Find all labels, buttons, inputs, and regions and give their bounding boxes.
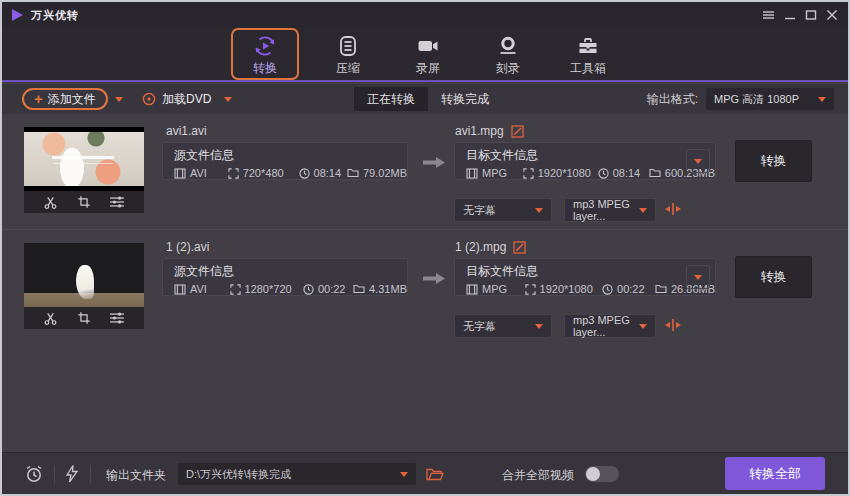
target-format: MPG (482, 283, 507, 295)
rename-icon[interactable] (513, 241, 526, 254)
target-info-title: 目标文件信息 (466, 263, 715, 280)
tab-toolbox[interactable]: 工具箱 (557, 28, 619, 80)
chevron-down-icon (694, 159, 702, 164)
source-info-title: 源文件信息 (174, 263, 407, 280)
tab-compress[interactable]: 压缩 (317, 28, 379, 80)
title-bar: 万兴优转 (2, 2, 848, 28)
add-file-label: 添加文件 (48, 91, 96, 108)
source-resolution: 720*480 (243, 167, 284, 179)
arrow-right-icon (422, 156, 446, 169)
source-size: 79.02MB (363, 167, 407, 179)
trim-icon[interactable] (43, 311, 58, 326)
maximize-button[interactable] (805, 9, 817, 21)
target-settings-dropdown[interactable] (686, 265, 710, 289)
tab-label: 录屏 (416, 62, 440, 74)
convert-button[interactable]: 转换 (735, 140, 812, 182)
thumbnail-image (24, 243, 144, 307)
task-row: 1 (2).avi 源文件信息 AVI 1280*720 00:22 4.31M… (2, 229, 848, 344)
audio-sync-icon[interactable] (664, 317, 682, 333)
audio-track-dropdown[interactable]: mp3 MPEG layer... (564, 314, 656, 338)
tab-label: 转换 (253, 62, 277, 74)
main-tab-bar: 转换 压缩 录屏 刻录 (2, 28, 848, 82)
source-duration: 08:14 (314, 167, 342, 179)
duration-icon (598, 168, 609, 179)
compress-icon (336, 34, 360, 58)
load-dvd-button[interactable]: 加载DVD (142, 88, 211, 110)
target-filename-group: 1 (2).mpg (455, 240, 526, 254)
source-format: AVI (190, 283, 207, 295)
close-button[interactable] (826, 9, 838, 21)
source-info-box: 源文件信息 AVI 720*480 08:14 79.02MB (162, 142, 408, 180)
load-dvd-dropdown-caret[interactable] (224, 97, 232, 102)
edit-toolbar (24, 307, 144, 329)
task-row: avi1.avi 源文件信息 AVI 720*480 08:14 79.02MB… (2, 114, 848, 229)
thumbnail-image (24, 127, 144, 191)
add-file-dropdown-caret[interactable] (115, 97, 123, 102)
target-duration: 00:22 (617, 283, 645, 295)
effects-icon[interactable] (109, 311, 125, 325)
load-dvd-label: 加载DVD (162, 91, 211, 108)
schedule-icon[interactable] (24, 464, 44, 484)
target-duration: 08:14 (613, 167, 641, 179)
menu-icon[interactable] (762, 9, 775, 21)
audio-track-dropdown[interactable]: mp3 MPEG layer... (564, 198, 656, 222)
source-info-box: 源文件信息 AVI 1280*720 00:22 4.31MB (162, 258, 408, 296)
audio-value: mp3 MPEG layer... (573, 198, 639, 222)
merge-all-label: 合并全部视频 (502, 467, 574, 484)
subtitle-value: 无字幕 (463, 319, 496, 334)
video-thumbnail[interactable] (24, 127, 144, 213)
trim-icon[interactable] (43, 195, 58, 210)
output-format-dropdown[interactable]: MPG 高清 1080P (706, 88, 834, 110)
task-list: avi1.avi 源文件信息 AVI 720*480 08:14 79.02MB… (2, 114, 848, 456)
convert-all-button[interactable]: 转换全部 (725, 457, 825, 490)
audio-sync-icon[interactable] (664, 201, 682, 217)
tab-convert[interactable]: 转换 (231, 28, 299, 80)
duration-icon (299, 168, 310, 179)
edit-toolbar (24, 191, 144, 213)
target-info-title: 目标文件信息 (466, 147, 715, 164)
toolbox-icon (576, 34, 600, 58)
add-file-button[interactable]: + 添加文件 (22, 88, 108, 110)
source-filename: 1 (2).avi (166, 240, 209, 254)
app-window: 万兴优转 转换 压缩 (0, 0, 850, 496)
filesize-icon (649, 168, 661, 178)
output-format-value: MPG 高清 1080P (714, 92, 799, 107)
subtitle-dropdown[interactable]: 无字幕 (454, 198, 552, 222)
open-folder-icon[interactable] (426, 467, 444, 482)
target-settings-dropdown[interactable] (686, 149, 710, 173)
source-resolution: 1280*720 (245, 283, 292, 295)
filesize-icon (655, 284, 667, 294)
dvd-icon (142, 92, 156, 106)
convert-icon (253, 34, 277, 58)
tab-burn[interactable]: 刻录 (477, 28, 539, 80)
video-thumbnail[interactable] (24, 243, 144, 329)
merge-all-toggle[interactable] (585, 466, 619, 482)
duration-icon (602, 284, 613, 295)
audio-value: mp3 MPEG layer... (573, 314, 639, 338)
crop-icon[interactable] (77, 195, 91, 209)
high-speed-icon[interactable] (65, 465, 79, 483)
effects-icon[interactable] (109, 195, 125, 209)
target-info-box: 目标文件信息 MPG 1920*1080 00:22 26.86MB (454, 258, 716, 296)
minimize-button[interactable] (784, 9, 796, 21)
tab-record[interactable]: 录屏 (397, 28, 459, 80)
resolution-icon (230, 284, 241, 295)
resolution-icon (523, 168, 534, 179)
converting-tab[interactable]: 正在转换 (354, 87, 428, 111)
subtitle-dropdown[interactable]: 无字幕 (454, 314, 552, 338)
source-duration: 00:22 (318, 283, 346, 295)
format-icon (174, 168, 186, 179)
chevron-down-icon (694, 275, 702, 280)
tab-label: 工具箱 (570, 62, 606, 74)
convert-button[interactable]: 转换 (735, 256, 812, 298)
output-format-label: 输出格式: (647, 91, 698, 108)
target-info-box: 目标文件信息 MPG 1920*1080 08:14 600.23MB (454, 142, 716, 180)
rename-icon[interactable] (511, 125, 524, 138)
target-filename: 1 (2).mpg (455, 240, 506, 254)
chevron-down-icon (535, 324, 543, 329)
finished-tab[interactable]: 转换完成 (428, 87, 502, 111)
target-resolution: 1920*1080 (538, 167, 591, 179)
chevron-down-icon (400, 472, 408, 477)
crop-icon[interactable] (77, 311, 91, 325)
output-folder-input[interactable]: D:\万兴优转\转换完成 (178, 463, 416, 485)
